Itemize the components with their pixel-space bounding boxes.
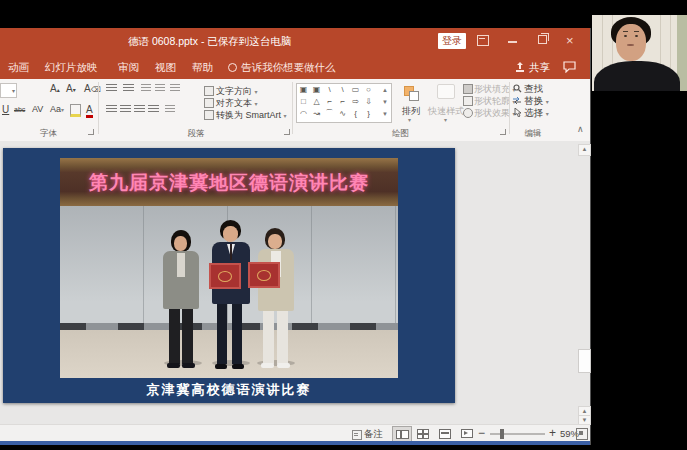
shape-gallery-item[interactable]: ⌐	[336, 96, 349, 108]
gallery-more-arrow[interactable]: ▼	[379, 108, 391, 120]
line-spacing-button[interactable]	[170, 84, 180, 93]
paragraph-dialog-launcher[interactable]	[284, 129, 290, 135]
shape-gallery-item[interactable]: ▣	[297, 84, 310, 96]
justify-button[interactable]	[148, 105, 159, 114]
ribbon-display-options-icon[interactable]	[477, 35, 489, 46]
notes-icon	[352, 430, 362, 440]
slide-caption[interactable]: 京津冀高校德语演讲比赛	[3, 381, 455, 399]
tab-slideshow[interactable]: 幻灯片放映	[45, 59, 98, 76]
share-button[interactable]: 共享	[529, 61, 550, 75]
status-bar: 备注 − + 59%	[0, 424, 590, 442]
gallery-up-arrow[interactable]: ▲	[379, 84, 391, 96]
shape-gallery-item[interactable]: □	[297, 96, 310, 108]
gallery-down-arrow[interactable]: ▼	[379, 96, 391, 108]
drawing-dialog-launcher[interactable]	[500, 129, 506, 135]
reading-view-button[interactable]	[436, 426, 454, 440]
zoom-in-button[interactable]: +	[549, 426, 556, 440]
underline-button[interactable]: U	[2, 104, 9, 115]
tab-animations[interactable]: 动画	[8, 59, 29, 76]
strikethrough-button[interactable]: abc	[14, 106, 25, 113]
align-right-button[interactable]	[134, 105, 145, 114]
notes-button[interactable]: 备注	[364, 428, 383, 441]
comments-icon[interactable]	[563, 61, 576, 73]
shape-gallery-item[interactable]: △	[310, 96, 323, 108]
shape-gallery-item[interactable]: ⇩	[362, 96, 375, 108]
tab-review[interactable]: 审阅	[118, 59, 139, 76]
convert-to-smartart-button[interactable]: 转换为 SmartArt ▾	[216, 109, 287, 122]
shape-gallery-item[interactable]: ↝	[310, 108, 323, 120]
change-case-button[interactable]: Aa▾	[50, 104, 64, 114]
shape-gallery-item[interactable]: }	[362, 108, 375, 120]
slideshow-button[interactable]	[458, 426, 476, 440]
scrollbar-thumb[interactable]	[578, 349, 591, 373]
shape-gallery-item[interactable]: ◠	[297, 108, 310, 120]
shape-gallery-item[interactable]: \	[336, 84, 349, 96]
document-title: 德语 0608.pptx - 已保存到这台电脑	[128, 35, 291, 49]
highlight-color-button[interactable]	[70, 104, 81, 117]
numbering-button[interactable]	[123, 84, 134, 93]
zoom-slider[interactable]	[490, 433, 545, 435]
tab-view[interactable]: 视图	[155, 59, 176, 76]
font-color-button[interactable]: A	[86, 104, 93, 118]
photo-baseboard	[60, 323, 398, 330]
shape-outline-icon	[463, 96, 473, 106]
font-dialog-launcher[interactable]	[88, 129, 94, 135]
shape-gallery-item[interactable]: ▣	[310, 84, 323, 96]
select-button[interactable]: 选择 ▾	[524, 107, 549, 120]
photo-floor	[60, 330, 398, 378]
decrease-font-size-button[interactable]: A▾	[66, 83, 76, 94]
shape-gallery-item[interactable]: ○	[362, 84, 375, 96]
tab-help[interactable]: 帮助	[192, 59, 213, 76]
shape-gallery-item[interactable]: ▭	[349, 84, 362, 96]
arrange-icon-overlay	[409, 91, 419, 101]
increase-font-size-button[interactable]: A▴	[50, 83, 60, 94]
scroll-up-button[interactable]: ▲	[578, 144, 591, 156]
find-icon	[513, 84, 522, 93]
meeting-screen: { "app": { "title": "德语 0608.pptx - 已保存到…	[0, 0, 687, 450]
person-torso	[594, 61, 680, 91]
shape-gallery-item[interactable]: \	[323, 84, 336, 96]
shape-gallery-item[interactable]: ∿	[336, 108, 349, 120]
decrease-indent-button[interactable]	[141, 84, 151, 93]
slide-canvas[interactable]: 第九届京津冀地区德语演讲比赛	[3, 148, 455, 403]
shape-gallery-item[interactable]: {	[349, 108, 362, 120]
close-button[interactable]: ×	[566, 32, 574, 50]
slide-sorter-button[interactable]	[414, 426, 432, 440]
banner-text: 第九届京津冀地区德语演讲比赛	[60, 170, 398, 196]
powerpoint-window: 德语 0608.pptx - 已保存到这台电脑 登录 × 动画 幻灯片放映 审阅…	[0, 28, 591, 445]
award-photo: 第九届京津冀地区德语演讲比赛	[60, 158, 398, 378]
restore-button[interactable]	[538, 35, 547, 44]
minimize-button[interactable]	[508, 41, 517, 43]
drawing-group-label: 绘图	[292, 128, 509, 140]
shapes-gallery[interactable]: ▣▣\\▭○□△⌐⌐⇨⇩◠↝⌒∿{}	[296, 83, 381, 123]
webcam-video	[592, 15, 687, 91]
zoom-out-button[interactable]: −	[478, 426, 485, 440]
fit-to-window-button[interactable]	[576, 428, 588, 440]
quick-styles-icon	[437, 84, 455, 99]
certificate-left	[209, 263, 241, 289]
paragraph-group-label: 段落	[100, 128, 292, 140]
select-icon	[514, 108, 522, 117]
shape-gallery-item[interactable]: ⌐	[323, 96, 336, 108]
shape-gallery-item[interactable]: ⇨	[349, 96, 362, 108]
collapse-ribbon-button[interactable]: ∧	[577, 124, 584, 134]
shapes-gallery-scroll[interactable]: ▲ ▼ ▼	[379, 83, 392, 123]
normal-view-button[interactable]	[392, 426, 412, 442]
columns-button[interactable]	[165, 105, 175, 114]
bullets-button[interactable]	[106, 84, 117, 93]
increase-indent-button[interactable]	[155, 84, 165, 93]
font-size-combo[interactable]: ▾	[0, 83, 17, 98]
shape-gallery-item[interactable]: ⌒	[323, 108, 336, 120]
slide-workspace: 第九届京津冀地区德语演讲比赛	[0, 141, 590, 424]
certificate-right	[248, 262, 280, 288]
sign-in-button[interactable]: 登录	[438, 33, 466, 49]
align-left-button[interactable]	[106, 105, 117, 114]
text-direction-icon	[204, 86, 214, 96]
editing-group-label: 编辑	[509, 128, 557, 140]
group-divider	[98, 82, 99, 134]
align-center-button[interactable]	[120, 105, 131, 114]
photo-banner: 第九届京津冀地区德语演讲比赛	[60, 158, 398, 206]
zoom-slider-thumb[interactable]	[500, 429, 504, 439]
tell-me-box[interactable]: 告诉我你想要做什么	[241, 59, 336, 76]
character-spacing-button[interactable]: AV	[32, 104, 43, 114]
